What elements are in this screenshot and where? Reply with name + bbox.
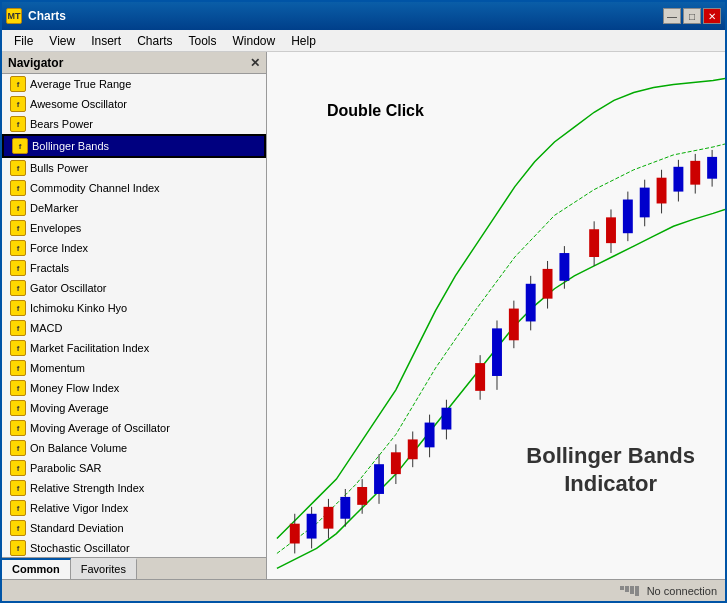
nav-item-fractals[interactable]: fFractals	[2, 258, 266, 278]
indicator-icon: f	[10, 340, 26, 356]
nav-item-label: Gator Oscillator	[30, 282, 106, 294]
nav-item-momentum[interactable]: fMomentum	[2, 358, 266, 378]
nav-item-bollinger-bands[interactable]: fBollinger Bands	[2, 134, 266, 158]
navigator-panel: Navigator ✕ fAverage True RangefAwesome …	[2, 52, 267, 579]
nav-item-market-facilitation-index[interactable]: fMarket Facilitation Index	[2, 338, 266, 358]
maximize-button[interactable]: □	[683, 8, 701, 24]
svg-rect-46	[690, 161, 700, 185]
main-content: Navigator ✕ fAverage True RangefAwesome …	[2, 52, 725, 579]
svg-rect-16	[408, 439, 418, 459]
nav-item-moving-average-of-oscillator[interactable]: fMoving Average of Oscillator	[2, 418, 266, 438]
connection-bars-icon	[620, 586, 639, 596]
nav-item-demarker[interactable]: fDeMarker	[2, 198, 266, 218]
nav-item-stochastic-oscillator[interactable]: fStochastic Oscillator	[2, 538, 266, 557]
svg-rect-44	[673, 167, 683, 192]
nav-item-ichimoku-kinko-hyo[interactable]: fIchimoku Kinko Hyo	[2, 298, 266, 318]
nav-item-force-index[interactable]: fForce Index	[2, 238, 266, 258]
nav-item-label: Awesome Oscillator	[30, 98, 127, 110]
nav-item-label: Standard Deviation	[30, 522, 124, 534]
nav-item-label: Fractals	[30, 262, 69, 274]
nav-item-gator-oscillator[interactable]: fGator Oscillator	[2, 278, 266, 298]
svg-rect-18	[425, 423, 435, 448]
indicator-icon: f	[12, 138, 28, 154]
svg-rect-26	[509, 309, 519, 341]
navigator-title: Navigator	[8, 56, 63, 70]
nav-item-bears-power[interactable]: fBears Power	[2, 114, 266, 134]
nav-item-on-balance-volume[interactable]: fOn Balance Volume	[2, 438, 266, 458]
title-bar-left: MT Charts	[6, 8, 66, 24]
bollinger-bands-label: Bollinger Bands Indicator	[526, 442, 695, 499]
title-bar: MT Charts — □ ✕	[2, 2, 725, 30]
connection-status: No connection	[647, 585, 717, 597]
indicator-icon: f	[10, 380, 26, 396]
nav-item-awesome-oscillator[interactable]: fAwesome Oscillator	[2, 94, 266, 114]
menu-view[interactable]: View	[41, 32, 83, 50]
menu-tools[interactable]: Tools	[181, 32, 225, 50]
svg-rect-42	[657, 178, 667, 204]
nav-item-label: Average True Range	[30, 78, 131, 90]
nav-item-label: Stochastic Oscillator	[30, 542, 130, 554]
svg-rect-20	[441, 408, 451, 430]
chart-svg	[267, 52, 725, 579]
navigator-header: Navigator ✕	[2, 52, 266, 74]
nav-item-relative-vigor-index[interactable]: fRelative Vigor Index	[2, 498, 266, 518]
nav-item-standard-deviation[interactable]: fStandard Deviation	[2, 518, 266, 538]
nav-item-label: Money Flow Index	[30, 382, 119, 394]
tab-favorites[interactable]: Favorites	[71, 558, 137, 579]
nav-item-label: Momentum	[30, 362, 85, 374]
app-icon: MT	[6, 8, 22, 24]
svg-rect-40	[640, 188, 650, 218]
menu-insert[interactable]: Insert	[83, 32, 129, 50]
indicator-icon: f	[10, 540, 26, 556]
close-button[interactable]: ✕	[703, 8, 721, 24]
indicator-icon: f	[10, 160, 26, 176]
menu-charts[interactable]: Charts	[129, 32, 180, 50]
menu-file[interactable]: File	[6, 32, 41, 50]
indicator-icon: f	[10, 300, 26, 316]
nav-item-label: DeMarker	[30, 202, 78, 214]
svg-rect-32	[559, 253, 569, 281]
nav-item-moving-average[interactable]: fMoving Average	[2, 398, 266, 418]
chart-area: Double Click	[267, 52, 725, 579]
main-window: MT Charts — □ ✕ File View Insert Charts …	[0, 0, 727, 603]
navigator-tabs: Common Favorites	[2, 557, 266, 579]
svg-rect-6	[324, 507, 334, 529]
indicator-icon: f	[10, 360, 26, 376]
indicator-icon: f	[10, 440, 26, 456]
menu-window[interactable]: Window	[225, 32, 284, 50]
indicator-icon: f	[10, 480, 26, 496]
nav-item-bulls-power[interactable]: fBulls Power	[2, 158, 266, 178]
nav-item-label: Ichimoku Kinko Hyo	[30, 302, 127, 314]
svg-rect-2	[290, 524, 300, 544]
nav-item-label: MACD	[30, 322, 62, 334]
nav-item-relative-strength-index[interactable]: fRelative Strength Index	[2, 478, 266, 498]
window-title: Charts	[28, 9, 66, 23]
nav-item-label: Relative Vigor Index	[30, 502, 128, 514]
navigator-close-button[interactable]: ✕	[250, 56, 260, 70]
menu-bar: File View Insert Charts Tools Window Hel…	[2, 30, 725, 52]
svg-rect-12	[374, 464, 384, 494]
svg-rect-10	[357, 487, 367, 505]
minimize-button[interactable]: —	[663, 8, 681, 24]
nav-item-envelopes[interactable]: fEnvelopes	[2, 218, 266, 238]
indicator-icon: f	[10, 200, 26, 216]
tab-common[interactable]: Common	[2, 558, 71, 579]
svg-rect-8	[340, 497, 350, 519]
svg-rect-38	[623, 200, 633, 234]
nav-item-label: Relative Strength Index	[30, 482, 144, 494]
nav-item-commodity-channel-index[interactable]: fCommodity Channel Index	[2, 178, 266, 198]
indicator-icon: f	[10, 240, 26, 256]
nav-item-label: Moving Average	[30, 402, 109, 414]
indicator-icon: f	[10, 500, 26, 516]
nav-item-label: Bollinger Bands	[32, 140, 109, 152]
nav-item-average-true-range[interactable]: fAverage True Range	[2, 74, 266, 94]
nav-item-label: On Balance Volume	[30, 442, 127, 454]
menu-help[interactable]: Help	[283, 32, 324, 50]
indicator-icon: f	[10, 76, 26, 92]
nav-item-money-flow-index[interactable]: fMoney Flow Index	[2, 378, 266, 398]
svg-rect-34	[589, 229, 599, 257]
svg-rect-24	[492, 328, 502, 376]
nav-item-parabolic-sar[interactable]: fParabolic SAR	[2, 458, 266, 478]
nav-item-macd[interactable]: fMACD	[2, 318, 266, 338]
indicator-icon: f	[10, 96, 26, 112]
